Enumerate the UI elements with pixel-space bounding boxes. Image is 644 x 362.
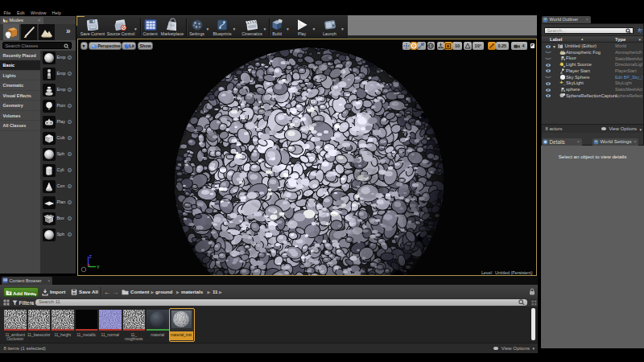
svg-text:x: x	[87, 262, 90, 267]
svg-text:Z: Z	[89, 254, 92, 259]
svg-text:Y: Y	[97, 265, 100, 269]
